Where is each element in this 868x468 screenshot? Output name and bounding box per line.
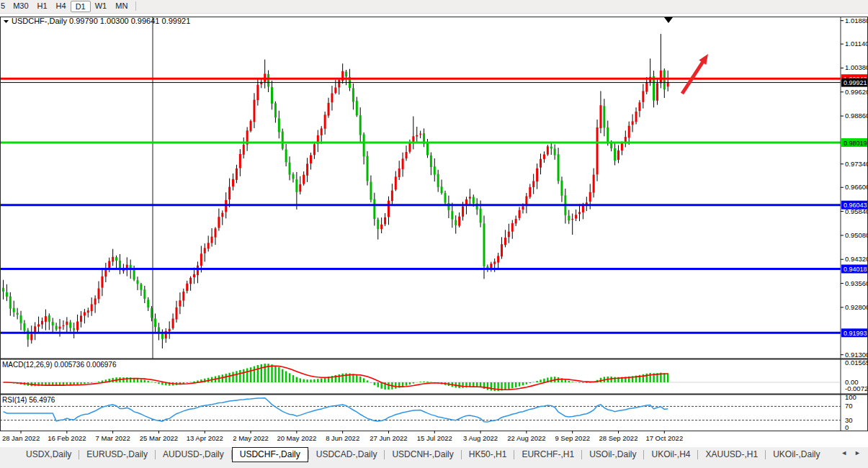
chart-tab-xauusd-h1[interactable]: XAUUSD-,H1 — [698, 447, 765, 462]
timeframe-toolbar: 5M30H1H4D1W1MN — [0, 0, 868, 14]
svg-text:0.91300: 0.91300 — [845, 350, 868, 358]
svg-text:0.94320: 0.94320 — [845, 255, 868, 263]
timeframe-button-mn[interactable]: MN — [111, 1, 132, 12]
svg-text:8 Jun 2022: 8 Jun 2022 — [326, 434, 359, 442]
tab-scroll-left-icon[interactable]: ◄ — [841, 449, 847, 456]
svg-text:USDCHF-,Daily 0.99790 1.00300: USDCHF-,Daily 0.99790 1.00300 0.99641 0.… — [12, 17, 190, 25]
svg-text:27 Jun 2022: 27 Jun 2022 — [370, 434, 407, 442]
timeframe-button-d1[interactable]: D1 — [71, 1, 91, 12]
timeframe-button-w1[interactable]: W1 — [91, 1, 112, 12]
chart-title: USDCHF-,Daily 0.99790 1.00300 0.99641 0.… — [4, 17, 190, 25]
svg-text:20 May 2022: 20 May 2022 — [277, 434, 316, 442]
timeframe-button-h4[interactable]: H4 — [52, 1, 71, 12]
svg-text:1.01140: 1.01140 — [845, 40, 868, 48]
svg-text:0.91993: 0.91993 — [844, 329, 867, 336]
svg-text:0.97340: 0.97340 — [845, 159, 868, 167]
timeframe-button-5[interactable]: 5 — [0, 1, 9, 12]
svg-text:28 Jan 2022: 28 Jan 2022 — [2, 434, 40, 442]
chart-tab-eurusd-daily[interactable]: EURUSD-,Daily — [79, 447, 155, 462]
svg-text:0.93560: 0.93560 — [845, 279, 868, 287]
svg-text:-0.00725: -0.00725 — [845, 384, 868, 392]
chart-canvas[interactable]: 1.018801.011401.003800.996200.988600.973… — [0, 14, 868, 447]
toolbar-separator — [135, 1, 136, 11]
chart-tab-hk50-h1[interactable]: HK50-,H1 — [462, 447, 514, 462]
svg-text:0.96043: 0.96043 — [844, 202, 867, 209]
svg-text:0.99620: 0.99620 — [845, 87, 868, 95]
svg-text:13 Apr 2022: 13 Apr 2022 — [187, 434, 223, 442]
chart-tab-usdcnh-daily[interactable]: USDCNH-,Daily — [385, 447, 460, 462]
symbol-tab-bar: USDX,DailyEURUSD-,DailyAUDUSD-,DailyUSDC… — [0, 447, 868, 468]
svg-text:15 Jul 2022: 15 Jul 2022 — [417, 434, 452, 442]
macd-label: MACD(12,26,9) 0.005736 0.006976 — [2, 361, 117, 369]
svg-text:0.95080: 0.95080 — [845, 231, 868, 239]
svg-text:0.92800: 0.92800 — [845, 303, 868, 311]
rsi-label: RSI(14) 56.4976 — [2, 396, 55, 404]
svg-text:30: 30 — [845, 415, 853, 423]
svg-text:22 Aug 2022: 22 Aug 2022 — [507, 434, 545, 442]
svg-text:3 Aug 2022: 3 Aug 2022 — [463, 434, 498, 442]
svg-text:0.94018: 0.94018 — [844, 266, 867, 273]
chart-tab-eurchf-h1[interactable]: EURCHF-,H1 — [514, 447, 581, 462]
chart-window: 1.018801.011401.003800.996200.988600.973… — [0, 14, 868, 447]
svg-text:0.99921: 0.99921 — [844, 79, 867, 86]
chart-tab-ukoil-daily[interactable]: UKOil-,Daily — [766, 447, 827, 462]
mt4-window: 5M30H1H4D1W1MN 1.018801.011401.003800.99… — [0, 0, 868, 468]
svg-text:25 Mar 2022: 25 Mar 2022 — [140, 434, 178, 442]
tab-scroll-arrows: ◄► — [835, 447, 868, 456]
svg-text:16 Feb 2022: 16 Feb 2022 — [48, 434, 86, 442]
chart-tab-usdx-daily[interactable]: USDX,Daily — [19, 447, 79, 462]
chart-tab-usoil-daily[interactable]: USOil-,Daily — [582, 447, 643, 462]
svg-text:0: 0 — [845, 423, 849, 431]
svg-text:0.96600: 0.96600 — [845, 183, 868, 191]
tab-scroll-right-icon[interactable]: ► — [854, 449, 861, 456]
timeframe-button-h1[interactable]: H1 — [33, 1, 52, 12]
chart-tab-audusd-daily[interactable]: AUDUSD-,Daily — [156, 447, 231, 462]
svg-text:1.00380: 1.00380 — [845, 63, 868, 71]
svg-text:0.98860: 0.98860 — [845, 112, 868, 120]
svg-text:0.015654: 0.015654 — [845, 359, 868, 366]
svg-text:17 Oct 2022: 17 Oct 2022 — [645, 434, 683, 442]
svg-text:9 Sep 2022: 9 Sep 2022 — [555, 434, 590, 442]
svg-text:7 Mar 2022: 7 Mar 2022 — [96, 434, 130, 442]
svg-text:0.98019: 0.98019 — [844, 139, 867, 146]
chart-tab-usdchf-daily[interactable]: USDCHF-,Daily — [232, 447, 308, 462]
timeframe-button-m30[interactable]: M30 — [9, 1, 32, 12]
chart-tab-ukoil-h4[interactable]: UKOil-,H4 — [644, 447, 697, 462]
svg-text:28 Sep 2022: 28 Sep 2022 — [599, 434, 638, 442]
svg-text:70: 70 — [845, 402, 853, 410]
svg-text:2 May 2022: 2 May 2022 — [233, 434, 269, 442]
svg-text:1.01880: 1.01880 — [845, 16, 868, 24]
chart-tab-usdcad-daily[interactable]: USDCAD-,Daily — [309, 447, 385, 462]
